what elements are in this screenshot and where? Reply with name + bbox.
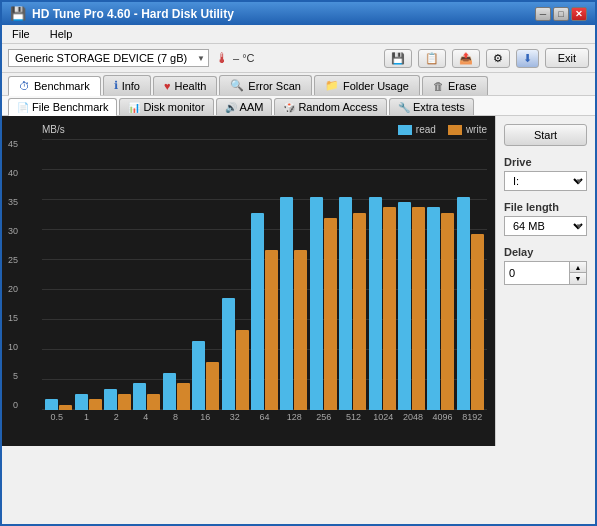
menu-help[interactable]: Help <box>46 27 77 41</box>
minimize-button[interactable]: ─ <box>535 7 551 21</box>
window-title: HD Tune Pro 4.60 - Hard Disk Utility <box>32 7 234 21</box>
tab-benchmark[interactable]: ⏱ Benchmark <box>8 76 101 96</box>
read-bar <box>398 202 411 410</box>
delay-section: Delay 0 ▲ ▼ <box>504 246 587 285</box>
delay-increment[interactable]: ▲ <box>570 262 586 273</box>
x-label: 16 <box>190 412 220 422</box>
write-bar <box>324 218 337 410</box>
bar-group <box>73 394 102 410</box>
chart-area: MB/s read write 45 40 35 <box>2 116 495 446</box>
write-bar <box>236 330 249 410</box>
read-bar <box>45 399 58 410</box>
bar-group <box>397 202 426 410</box>
x-label: 32 <box>220 412 250 422</box>
bar-group <box>44 399 73 410</box>
x-label: 8192 <box>457 412 487 422</box>
filelength-dropdown[interactable]: 64 MB 128 MB 256 MB <box>504 216 587 236</box>
delay-input[interactable]: 0 <box>505 262 569 284</box>
temp-display: 🌡 – °C <box>215 50 255 66</box>
folder-icon: 📁 <box>325 79 339 92</box>
sub-tab-filebenchmark[interactable]: 📄 File Benchmark <box>8 98 117 116</box>
filelength-label: File length <box>504 201 587 213</box>
read-bar <box>339 197 352 410</box>
legend-write-label: write <box>466 124 487 135</box>
tab-info[interactable]: ℹ Info <box>103 75 151 95</box>
disk-monitor-icon: 📊 <box>128 102 140 113</box>
filelength-section: File length 64 MB 128 MB 256 MB <box>504 201 587 236</box>
read-bar <box>104 389 117 410</box>
info-icon: ℹ <box>114 79 118 92</box>
drive-section: Drive I: <box>504 156 587 191</box>
sub-tabs: 📄 File Benchmark 📊 Disk monitor 🔊 AAM 🎲 … <box>2 96 595 116</box>
tab-health-label: Health <box>175 80 207 92</box>
toolbar-btn-download[interactable]: ⬇ <box>516 49 539 68</box>
menu-bar: File Help <box>2 25 595 44</box>
chart-legend: read write <box>398 124 487 135</box>
bar-group <box>426 207 455 410</box>
write-bar <box>147 394 160 410</box>
app-icon: 💾 <box>10 6 26 21</box>
write-bar <box>353 213 366 410</box>
tab-errorscan[interactable]: 🔍 Error Scan <box>219 75 312 95</box>
bar-group <box>338 197 367 410</box>
sub-tab-filebenchmark-label: File Benchmark <box>32 101 108 113</box>
read-bar <box>310 197 323 410</box>
random-icon: 🎲 <box>283 102 295 113</box>
x-label: 64 <box>250 412 280 422</box>
sub-tab-randomaccess-label: Random Access <box>298 101 377 113</box>
sub-tab-diskmonitor[interactable]: 📊 Disk monitor <box>119 98 213 115</box>
write-bar <box>441 213 454 410</box>
delay-decrement[interactable]: ▼ <box>570 273 586 284</box>
bar-group <box>132 383 161 410</box>
sub-tab-aam[interactable]: 🔊 AAM <box>216 98 273 115</box>
tab-health[interactable]: ♥ Health <box>153 76 217 95</box>
content-area: MB/s read write 45 40 35 <box>2 116 595 446</box>
write-bar <box>471 234 484 410</box>
toolbar-btn-2[interactable]: 📋 <box>418 49 446 68</box>
thermometer-icon: 🌡 <box>215 50 229 66</box>
read-bar <box>457 197 470 410</box>
toolbar-btn-4[interactable]: ⚙ <box>486 49 510 68</box>
sub-tab-randomaccess[interactable]: 🎲 Random Access <box>274 98 386 115</box>
sub-tab-aam-label: AAM <box>240 101 264 113</box>
read-bar <box>369 197 382 410</box>
bar-group <box>456 197 485 410</box>
temp-value: – °C <box>233 52 255 64</box>
device-dropdown[interactable]: Generic STORAGE DEVICE (7 gB) <box>8 49 209 67</box>
x-label: 1 <box>72 412 102 422</box>
write-bar <box>89 399 102 410</box>
settings-icon: ⚙ <box>493 52 503 65</box>
delay-spinner: 0 ▲ ▼ <box>504 261 587 285</box>
menu-file[interactable]: File <box>8 27 34 41</box>
aam-icon: 🔊 <box>225 102 237 113</box>
tab-folderusage[interactable]: 📁 Folder Usage <box>314 75 420 95</box>
write-bar <box>206 362 219 410</box>
exit-button[interactable]: Exit <box>545 48 589 68</box>
bar-group <box>250 213 279 410</box>
maximize-button[interactable]: □ <box>553 7 569 21</box>
read-bar <box>427 207 440 410</box>
sub-tab-extratests[interactable]: 🔧 Extra tests <box>389 98 474 115</box>
legend-write-color <box>448 125 462 135</box>
legend-read-color <box>398 125 412 135</box>
extra-icon: 🔧 <box>398 102 410 113</box>
drive-dropdown[interactable]: I: <box>504 171 587 191</box>
close-button[interactable]: ✕ <box>571 7 587 21</box>
toolbar-btn-1[interactable]: 💾 <box>384 49 412 68</box>
start-button[interactable]: Start <box>504 124 587 146</box>
bars-container <box>42 139 487 410</box>
read-bar <box>133 383 146 410</box>
toolbar-btn-3[interactable]: 📤 <box>452 49 480 68</box>
bar-group <box>191 341 220 410</box>
drive-label: Drive <box>504 156 587 168</box>
tab-benchmark-label: Benchmark <box>34 80 90 92</box>
write-bar <box>265 250 278 410</box>
tab-erase[interactable]: 🗑 Erase <box>422 76 488 95</box>
delay-label: Delay <box>504 246 587 258</box>
x-label: 8 <box>161 412 191 422</box>
scan-icon: 🔍 <box>230 79 244 92</box>
x-label: 1024 <box>368 412 398 422</box>
device-select-wrapper: Generic STORAGE DEVICE (7 gB) <box>8 49 209 67</box>
write-bar <box>59 405 72 410</box>
title-bar: 💾 HD Tune Pro 4.60 - Hard Disk Utility ─… <box>2 2 595 25</box>
